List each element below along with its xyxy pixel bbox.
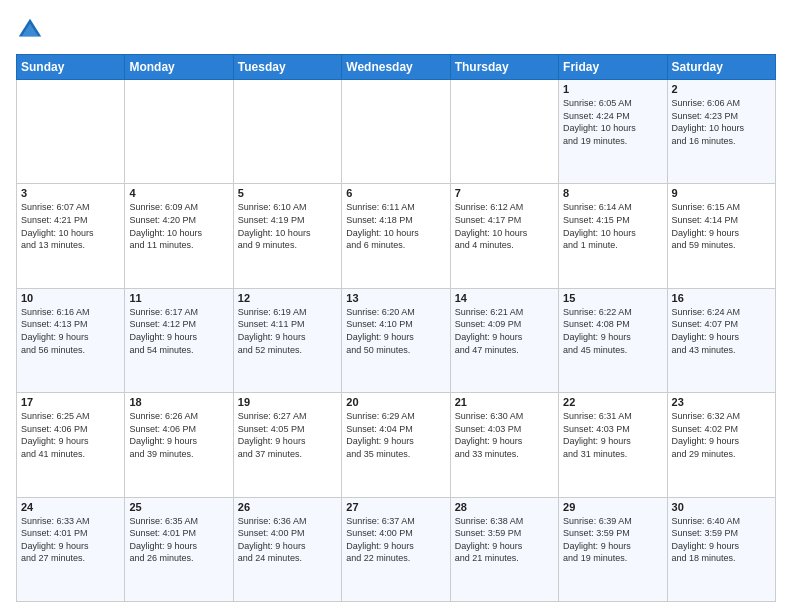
day-number: 5 [238,187,337,199]
day-cell: 26Sunrise: 6:36 AM Sunset: 4:00 PM Dayli… [233,497,341,601]
day-info: Sunrise: 6:19 AM Sunset: 4:11 PM Dayligh… [238,306,337,356]
day-info: Sunrise: 6:10 AM Sunset: 4:19 PM Dayligh… [238,201,337,251]
day-info: Sunrise: 6:09 AM Sunset: 4:20 PM Dayligh… [129,201,228,251]
day-number: 12 [238,292,337,304]
day-cell: 25Sunrise: 6:35 AM Sunset: 4:01 PM Dayli… [125,497,233,601]
day-cell: 1Sunrise: 6:05 AM Sunset: 4:24 PM Daylig… [559,80,667,184]
day-number: 18 [129,396,228,408]
day-number: 28 [455,501,554,513]
day-cell: 6Sunrise: 6:11 AM Sunset: 4:18 PM Daylig… [342,184,450,288]
day-number: 13 [346,292,445,304]
day-info: Sunrise: 6:16 AM Sunset: 4:13 PM Dayligh… [21,306,120,356]
day-cell [450,80,558,184]
day-info: Sunrise: 6:07 AM Sunset: 4:21 PM Dayligh… [21,201,120,251]
day-cell: 16Sunrise: 6:24 AM Sunset: 4:07 PM Dayli… [667,288,775,392]
day-info: Sunrise: 6:33 AM Sunset: 4:01 PM Dayligh… [21,515,120,565]
day-info: Sunrise: 6:39 AM Sunset: 3:59 PM Dayligh… [563,515,662,565]
weekday-header-row: SundayMondayTuesdayWednesdayThursdayFrid… [17,55,776,80]
weekday-header-tuesday: Tuesday [233,55,341,80]
day-number: 30 [672,501,771,513]
week-row-0: 1Sunrise: 6:05 AM Sunset: 4:24 PM Daylig… [17,80,776,184]
weekday-header-wednesday: Wednesday [342,55,450,80]
day-info: Sunrise: 6:29 AM Sunset: 4:04 PM Dayligh… [346,410,445,460]
day-info: Sunrise: 6:35 AM Sunset: 4:01 PM Dayligh… [129,515,228,565]
day-number: 21 [455,396,554,408]
weekday-header-monday: Monday [125,55,233,80]
day-number: 8 [563,187,662,199]
day-number: 7 [455,187,554,199]
calendar: SundayMondayTuesdayWednesdayThursdayFrid… [16,54,776,602]
day-info: Sunrise: 6:06 AM Sunset: 4:23 PM Dayligh… [672,97,771,147]
day-number: 16 [672,292,771,304]
day-number: 15 [563,292,662,304]
week-row-3: 17Sunrise: 6:25 AM Sunset: 4:06 PM Dayli… [17,393,776,497]
day-cell: 17Sunrise: 6:25 AM Sunset: 4:06 PM Dayli… [17,393,125,497]
weekday-header-saturday: Saturday [667,55,775,80]
day-cell: 27Sunrise: 6:37 AM Sunset: 4:00 PM Dayli… [342,497,450,601]
day-number: 29 [563,501,662,513]
day-number: 3 [21,187,120,199]
day-number: 22 [563,396,662,408]
day-info: Sunrise: 6:17 AM Sunset: 4:12 PM Dayligh… [129,306,228,356]
day-number: 6 [346,187,445,199]
day-number: 23 [672,396,771,408]
day-number: 26 [238,501,337,513]
day-info: Sunrise: 6:21 AM Sunset: 4:09 PM Dayligh… [455,306,554,356]
day-info: Sunrise: 6:11 AM Sunset: 4:18 PM Dayligh… [346,201,445,251]
day-info: Sunrise: 6:27 AM Sunset: 4:05 PM Dayligh… [238,410,337,460]
day-info: Sunrise: 6:12 AM Sunset: 4:17 PM Dayligh… [455,201,554,251]
day-cell: 22Sunrise: 6:31 AM Sunset: 4:03 PM Dayli… [559,393,667,497]
day-number: 14 [455,292,554,304]
day-info: Sunrise: 6:22 AM Sunset: 4:08 PM Dayligh… [563,306,662,356]
day-number: 19 [238,396,337,408]
day-info: Sunrise: 6:15 AM Sunset: 4:14 PM Dayligh… [672,201,771,251]
day-number: 9 [672,187,771,199]
day-info: Sunrise: 6:36 AM Sunset: 4:00 PM Dayligh… [238,515,337,565]
logo [16,16,48,44]
day-number: 2 [672,83,771,95]
day-info: Sunrise: 6:20 AM Sunset: 4:10 PM Dayligh… [346,306,445,356]
day-info: Sunrise: 6:32 AM Sunset: 4:02 PM Dayligh… [672,410,771,460]
day-cell: 21Sunrise: 6:30 AM Sunset: 4:03 PM Dayli… [450,393,558,497]
week-row-1: 3Sunrise: 6:07 AM Sunset: 4:21 PM Daylig… [17,184,776,288]
day-cell: 20Sunrise: 6:29 AM Sunset: 4:04 PM Dayli… [342,393,450,497]
day-number: 4 [129,187,228,199]
weekday-header-friday: Friday [559,55,667,80]
day-number: 20 [346,396,445,408]
day-cell: 5Sunrise: 6:10 AM Sunset: 4:19 PM Daylig… [233,184,341,288]
day-info: Sunrise: 6:25 AM Sunset: 4:06 PM Dayligh… [21,410,120,460]
day-info: Sunrise: 6:37 AM Sunset: 4:00 PM Dayligh… [346,515,445,565]
day-info: Sunrise: 6:31 AM Sunset: 4:03 PM Dayligh… [563,410,662,460]
week-row-2: 10Sunrise: 6:16 AM Sunset: 4:13 PM Dayli… [17,288,776,392]
day-info: Sunrise: 6:26 AM Sunset: 4:06 PM Dayligh… [129,410,228,460]
day-number: 25 [129,501,228,513]
day-info: Sunrise: 6:24 AM Sunset: 4:07 PM Dayligh… [672,306,771,356]
day-info: Sunrise: 6:40 AM Sunset: 3:59 PM Dayligh… [672,515,771,565]
day-number: 10 [21,292,120,304]
day-number: 17 [21,396,120,408]
day-number: 11 [129,292,228,304]
day-cell: 7Sunrise: 6:12 AM Sunset: 4:17 PM Daylig… [450,184,558,288]
day-cell [342,80,450,184]
day-cell: 14Sunrise: 6:21 AM Sunset: 4:09 PM Dayli… [450,288,558,392]
day-number: 24 [21,501,120,513]
day-cell: 10Sunrise: 6:16 AM Sunset: 4:13 PM Dayli… [17,288,125,392]
day-cell [17,80,125,184]
day-cell: 15Sunrise: 6:22 AM Sunset: 4:08 PM Dayli… [559,288,667,392]
day-info: Sunrise: 6:30 AM Sunset: 4:03 PM Dayligh… [455,410,554,460]
day-cell: 8Sunrise: 6:14 AM Sunset: 4:15 PM Daylig… [559,184,667,288]
day-cell: 2Sunrise: 6:06 AM Sunset: 4:23 PM Daylig… [667,80,775,184]
day-info: Sunrise: 6:14 AM Sunset: 4:15 PM Dayligh… [563,201,662,251]
day-cell: 29Sunrise: 6:39 AM Sunset: 3:59 PM Dayli… [559,497,667,601]
day-cell: 28Sunrise: 6:38 AM Sunset: 3:59 PM Dayli… [450,497,558,601]
day-cell: 24Sunrise: 6:33 AM Sunset: 4:01 PM Dayli… [17,497,125,601]
day-number: 27 [346,501,445,513]
logo-icon [16,16,44,44]
day-cell: 4Sunrise: 6:09 AM Sunset: 4:20 PM Daylig… [125,184,233,288]
day-cell: 9Sunrise: 6:15 AM Sunset: 4:14 PM Daylig… [667,184,775,288]
day-cell: 18Sunrise: 6:26 AM Sunset: 4:06 PM Dayli… [125,393,233,497]
weekday-header-thursday: Thursday [450,55,558,80]
day-cell: 12Sunrise: 6:19 AM Sunset: 4:11 PM Dayli… [233,288,341,392]
day-info: Sunrise: 6:05 AM Sunset: 4:24 PM Dayligh… [563,97,662,147]
week-row-4: 24Sunrise: 6:33 AM Sunset: 4:01 PM Dayli… [17,497,776,601]
